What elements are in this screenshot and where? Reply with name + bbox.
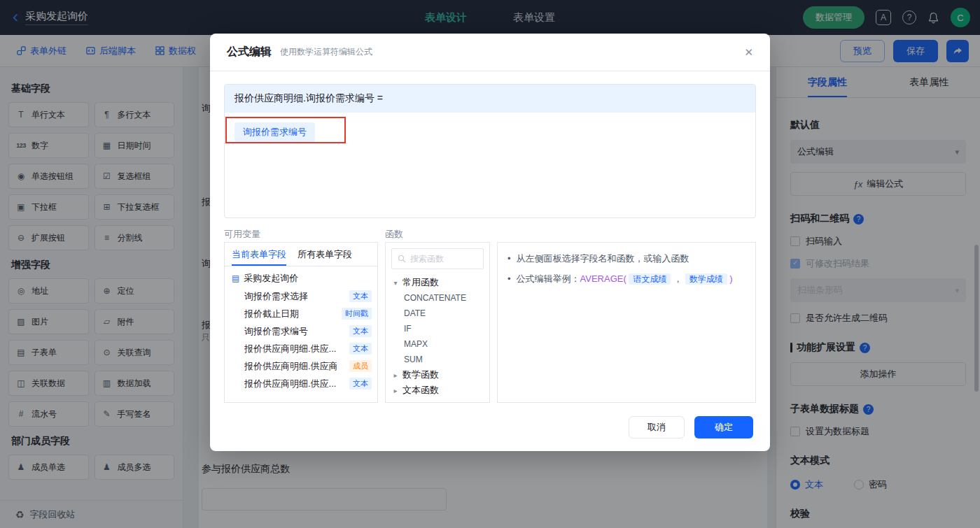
formula-target: 报价供应商明细.询报价需求编号 = bbox=[225, 85, 755, 113]
tip-example-line: • 公式编辑举例：AVERAGE( 语文成绩 ， 数学成绩 ) bbox=[507, 271, 746, 287]
variable-type-badge: 文本 bbox=[349, 343, 372, 355]
search-placeholder: 搜索函数 bbox=[410, 253, 444, 265]
example-field-chip: 语文成绩 bbox=[629, 273, 671, 285]
tab-all-form-fields[interactable]: 所有表单字段 bbox=[298, 243, 352, 266]
formula-editor[interactable]: 报价供应商明细.询报价需求编号 = 询报价需求编号 bbox=[224, 84, 756, 218]
variable-item[interactable]: 报价截止日期 时间戳 bbox=[225, 305, 377, 322]
function-group-text[interactable]: ▸ 文本函数 bbox=[386, 383, 489, 398]
variable-item[interactable]: 报价供应商明细.供应... 文本 bbox=[225, 340, 377, 357]
variable-type-badge: 文本 bbox=[349, 325, 372, 337]
tip-close-paren: ) bbox=[729, 273, 732, 284]
variable-type-badge: 文本 bbox=[349, 290, 372, 302]
variable-item[interactable]: 询报价需求选择 文本 bbox=[225, 287, 377, 305]
variable-type-badge: 时间戳 bbox=[342, 308, 372, 320]
caret-down-icon: ▾ bbox=[391, 279, 400, 287]
variable-item[interactable]: 询报价需求编号 文本 bbox=[225, 322, 377, 340]
tip-separator: ， bbox=[673, 273, 682, 284]
functions-label: 函数 bbox=[385, 228, 403, 241]
variable-name: 报价供应商明细.供应商 bbox=[244, 360, 337, 373]
variable-name: 报价截止日期 bbox=[244, 308, 299, 320]
close-icon[interactable]: ✕ bbox=[744, 46, 753, 59]
function-item[interactable]: SUM bbox=[386, 352, 489, 367]
tip-text: 从左侧面板选择字段名和函数，或输入函数 bbox=[517, 251, 690, 266]
caret-right-icon: ▸ bbox=[391, 387, 400, 394]
function-group-label: 数学函数 bbox=[402, 369, 439, 381]
bullet-icon: • bbox=[507, 271, 511, 287]
variable-name: 询报价需求编号 bbox=[244, 325, 308, 338]
function-item[interactable]: MAPX bbox=[386, 336, 489, 352]
function-item[interactable]: CONCATENATE bbox=[386, 290, 489, 306]
variables-label: 可用变量 bbox=[224, 228, 260, 241]
function-item[interactable]: IF bbox=[386, 321, 489, 336]
cancel-button[interactable]: 取消 bbox=[629, 416, 685, 438]
formula-tips-panel: • 从左侧面板选择字段名和函数，或输入函数 • 公式编辑举例：AVERAGE( … bbox=[497, 242, 756, 403]
variable-item[interactable]: 报价供应商明细.供应... 文本 bbox=[225, 375, 377, 392]
example-field-chip: 数学成绩 bbox=[685, 273, 727, 285]
dialog-footer: 取消 确定 bbox=[629, 416, 753, 438]
variable-name: 报价供应商明细.供应... bbox=[244, 378, 336, 390]
document-icon: ▤ bbox=[232, 273, 239, 283]
function-group-math[interactable]: ▸ 数学函数 bbox=[386, 367, 489, 383]
variable-type-badge: 文本 bbox=[349, 378, 372, 390]
function-group-common[interactable]: ▾ 常用函数 bbox=[386, 275, 489, 290]
function-group-label: 文本函数 bbox=[402, 384, 439, 397]
formula-variable-chip[interactable]: 询报价需求编号 bbox=[234, 122, 315, 142]
variable-item[interactable]: 报价供应商明细.供应商 成员 bbox=[225, 357, 377, 375]
functions-panel: 搜索函数 ▾ 常用函数 CONCATENATE DATE IF MAPX SUM… bbox=[385, 242, 490, 403]
tab-current-form-fields[interactable]: 当前表单字段 bbox=[232, 243, 286, 266]
variable-type-badge: 成员 bbox=[349, 360, 372, 372]
tip-example: 公式编辑举例：AVERAGE( 语文成绩 ， 数学成绩 ) bbox=[517, 271, 733, 287]
dialog-subtitle: 使用数学运算符编辑公式 bbox=[280, 46, 372, 58]
bullet-icon: • bbox=[507, 251, 511, 266]
function-group-label: 常用函数 bbox=[402, 276, 439, 289]
caret-right-icon: ▸ bbox=[391, 371, 400, 379]
dialog-header: 公式编辑 使用数学运算符编辑公式 bbox=[210, 34, 770, 71]
function-item[interactable]: DATE bbox=[386, 306, 489, 321]
variable-name: 报价供应商明细.供应... bbox=[244, 343, 336, 355]
variable-name: 询报价需求选择 bbox=[244, 290, 308, 303]
search-icon bbox=[398, 255, 406, 263]
tip-example-prefix: 公式编辑举例： bbox=[517, 273, 580, 284]
dialog-title: 公式编辑 bbox=[227, 45, 272, 59]
confirm-button[interactable]: 确定 bbox=[694, 416, 753, 438]
tip-line: • 从左侧面板选择字段名和函数，或输入函数 bbox=[507, 251, 746, 266]
formula-expression-area[interactable]: 询报价需求编号 bbox=[225, 113, 755, 152]
variables-root[interactable]: ▤ 采购发起询价 bbox=[225, 269, 377, 287]
variables-root-label: 采购发起询价 bbox=[244, 272, 298, 285]
formula-edit-dialog: 公式编辑 使用数学运算符编辑公式 ✕ 报价供应商明细.询报价需求编号 = 询报价… bbox=[210, 34, 770, 451]
variables-tabs: 当前表单字段 所有表单字段 bbox=[225, 243, 377, 266]
function-search-input[interactable]: 搜索函数 bbox=[391, 248, 484, 269]
variables-panel: 当前表单字段 所有表单字段 ▤ 采购发起询价 询报价需求选择 文本 报价截止日期… bbox=[224, 242, 378, 403]
tip-function-name: AVERAGE( bbox=[580, 273, 626, 284]
